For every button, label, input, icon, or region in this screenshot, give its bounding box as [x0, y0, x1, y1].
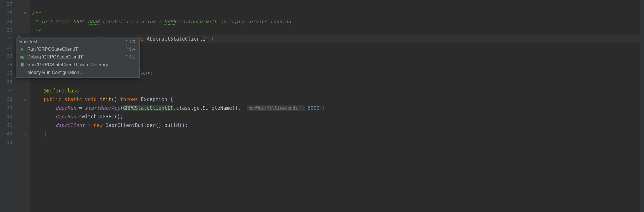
- run-coverage-menuitem[interactable]: Run 'GRPCStateClientIT' with Coverage: [16, 61, 139, 69]
- line-number: 33: [0, 52, 12, 60]
- run-context-menu: Run Test ⌃⇧R Run 'GRPCStateClientIT' ⌃⇧R…: [16, 37, 140, 78]
- javadoc-close: */: [32, 27, 41, 33]
- code-editor: 27 28 29 30 31 32 33 34 35 36 37 38 39 4…: [0, 0, 644, 212]
- line-number: 41: [0, 121, 12, 130]
- line-number: 39: [0, 104, 12, 112]
- code-area[interactable]: /** * Test State GRPC DAPR capabilities …: [30, 0, 644, 212]
- keyboard-shortcut: ⌃⇧R: [125, 47, 135, 52]
- parameter-hint: maxWaitMilliseconds:: [247, 105, 305, 111]
- line-number: 42: [0, 130, 12, 138]
- empty-icon: [19, 70, 25, 75]
- line-number: 29: [0, 17, 12, 26]
- svg-line-2: [23, 56, 24, 57]
- menu-header: Run Test ⌃⇧R: [16, 38, 139, 45]
- vertical-scrollbar[interactable]: [640, 0, 644, 212]
- line-number: 32: [0, 43, 12, 52]
- javadoc-open: /**: [32, 10, 41, 16]
- line-number: 34: [0, 60, 12, 69]
- shield-icon: [19, 62, 25, 68]
- line-number: 28: [0, 9, 12, 17]
- play-icon: [19, 46, 25, 52]
- line-number-gutter: 27 28 29 30 31 32 33 34 35 36 37 38 39 4…: [0, 0, 16, 212]
- keyboard-shortcut: ⌃⇧R: [125, 39, 135, 44]
- line-number: 43: [0, 138, 12, 147]
- gutter-icon-column: [16, 0, 24, 212]
- line-number: 31: [0, 35, 12, 43]
- fold-collapse-icon[interactable]: ⊟: [24, 11, 28, 15]
- run-test-menuitem[interactable]: Run 'GRPCStateClientIT' ⌃⇧R: [16, 45, 139, 53]
- fold-end-icon[interactable]: ⌙: [24, 29, 28, 32]
- line-number: 36: [0, 78, 12, 86]
- fold-collapse-icon[interactable]: ⊟: [24, 98, 28, 101]
- debug-test-menuitem[interactable]: Debug 'GRPCStateClientIT' ⌃⇧D: [16, 53, 139, 61]
- annotation: @BeforeClass: [32, 88, 79, 94]
- svg-line-1: [20, 56, 21, 57]
- line-number: 27: [0, 0, 12, 9]
- svg-line-5: [20, 58, 21, 59]
- line-number: 38: [0, 95, 12, 104]
- line-number: 40: [0, 112, 12, 121]
- line-number: 30: [0, 26, 12, 35]
- svg-line-6: [23, 58, 24, 59]
- line-number: 37: [0, 86, 12, 95]
- modify-run-config-menuitem[interactable]: Modify Run Configuration…: [16, 69, 139, 76]
- javadoc-text: * Test State GRPC DAPR capabilities usin…: [32, 19, 291, 24]
- fold-gutter: ⊟ ⌙ ⊟ ⊟ ⌙: [24, 0, 30, 212]
- right-margin-guide: [612, 0, 612, 212]
- line-number: 35: [0, 69, 12, 78]
- fold-end-icon[interactable]: ⌙: [24, 132, 28, 136]
- keyboard-shortcut: ⌃⇧D: [125, 54, 135, 60]
- bug-icon: [19, 54, 25, 60]
